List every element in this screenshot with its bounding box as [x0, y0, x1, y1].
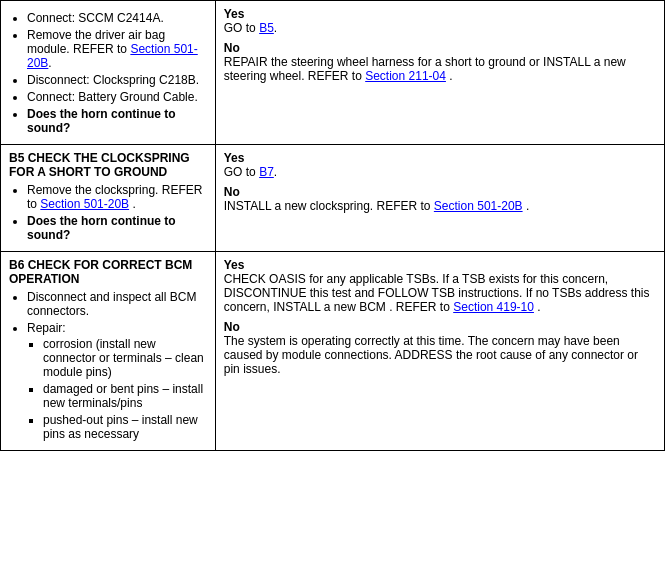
- bullet-text: Connect: SCCM C2414A.: [27, 11, 164, 25]
- b7-link[interactable]: B7: [259, 165, 274, 179]
- sub-bullet-text: corrosion (install new connector or term…: [43, 337, 204, 379]
- b5-bullets: Remove the clockspring. REFER to Section…: [27, 183, 207, 242]
- section-link[interactable]: Section 501-20B: [434, 199, 523, 213]
- top-section-bullets: Connect: SCCM C2414A. Remove the driver …: [27, 11, 207, 135]
- b6-bullets: Disconnect and inspect all BCM connector…: [27, 290, 207, 441]
- bullet-text: Disconnect and inspect all BCM connector…: [27, 290, 196, 318]
- b5-section-right: Yes GO to B7. No INSTALL a new clockspri…: [215, 145, 664, 252]
- no-label: No: [224, 41, 240, 55]
- no-text: INSTALL a new clockspring. REFER to: [224, 199, 434, 213]
- bullet-after: .: [129, 197, 136, 211]
- no-text: The system is operating correctly at thi…: [224, 334, 638, 376]
- bullet-text: Repair:: [27, 321, 66, 335]
- b5-link[interactable]: B5: [259, 21, 274, 35]
- list-item: Disconnect and inspect all BCM connector…: [27, 290, 207, 318]
- list-item: corrosion (install new connector or term…: [43, 337, 207, 379]
- b5-section-row: B5 CHECK THE CLOCKSPRING FOR A SHORT TO …: [1, 145, 665, 252]
- list-item: Repair: corrosion (install new connector…: [27, 321, 207, 441]
- top-section-left: Connect: SCCM C2414A. Remove the driver …: [1, 1, 216, 145]
- list-item: Does the horn continue to sound?: [27, 214, 207, 242]
- b6-section-right: Yes CHECK OASIS for any applicable TSBs.…: [215, 252, 664, 451]
- yes-block: Yes GO to B5.: [224, 7, 656, 35]
- no-block: No REPAIR the steering wheel harness for…: [224, 41, 656, 83]
- b6-section-left: B6 CHECK FOR CORRECT BCM OPERATION Disco…: [1, 252, 216, 451]
- yes-period: .: [534, 300, 541, 314]
- sub-bullet-text: damaged or bent pins – install new termi…: [43, 382, 203, 410]
- b6-section-row: B6 CHECK FOR CORRECT BCM OPERATION Disco…: [1, 252, 665, 451]
- bullet-text: Connect: Battery Ground Cable.: [27, 90, 198, 104]
- section-link[interactable]: Section 501-20B: [40, 197, 129, 211]
- section-link[interactable]: Section 419-10: [453, 300, 534, 314]
- no-block: No INSTALL a new clockspring. REFER to S…: [224, 185, 656, 213]
- yes-text: GO to: [224, 165, 259, 179]
- list-item: Disconnect: Clockspring C218B.: [27, 73, 207, 87]
- yes-label: Yes: [224, 7, 245, 21]
- yes-period: .: [274, 21, 277, 35]
- bullet-text: Disconnect: Clockspring C218B.: [27, 73, 199, 87]
- question-text: Does the horn continue to sound?: [27, 107, 176, 135]
- top-section-right: Yes GO to B5. No REPAIR the steering whe…: [215, 1, 664, 145]
- question-text: Does the horn continue to sound?: [27, 214, 176, 242]
- top-section-row: Connect: SCCM C2414A. Remove the driver …: [1, 1, 665, 145]
- b5-header: B5 CHECK THE CLOCKSPRING FOR A SHORT TO …: [9, 151, 207, 179]
- list-item: damaged or bent pins – install new termi…: [43, 382, 207, 410]
- no-period: .: [523, 199, 530, 213]
- list-item: Does the horn continue to sound?: [27, 107, 207, 135]
- section-link[interactable]: Section 211-04: [365, 69, 446, 83]
- list-item: pushed-out pins – install new pins as ne…: [43, 413, 207, 441]
- b6-header: B6 CHECK FOR CORRECT BCM OPERATION: [9, 258, 207, 286]
- no-label: No: [224, 320, 240, 334]
- no-period: .: [446, 69, 453, 83]
- b5-section-left: B5 CHECK THE CLOCKSPRING FOR A SHORT TO …: [1, 145, 216, 252]
- no-label: No: [224, 185, 240, 199]
- yes-block: Yes CHECK OASIS for any applicable TSBs.…: [224, 258, 656, 314]
- yes-period: .: [274, 165, 277, 179]
- bullet-text-after: .: [48, 56, 51, 70]
- no-block: No The system is operating correctly at …: [224, 320, 656, 376]
- sub-bullets: corrosion (install new connector or term…: [43, 337, 207, 441]
- yes-label: Yes: [224, 258, 245, 272]
- list-item: Remove the driver air bag module. REFER …: [27, 28, 207, 70]
- yes-block: Yes GO to B7.: [224, 151, 656, 179]
- yes-text: CHECK OASIS for any applicable TSBs. If …: [224, 272, 650, 314]
- yes-label: Yes: [224, 151, 245, 165]
- list-item: Connect: Battery Ground Cable.: [27, 90, 207, 104]
- yes-text: GO to: [224, 21, 259, 35]
- list-item: Remove the clockspring. REFER to Section…: [27, 183, 207, 211]
- list-item: Connect: SCCM C2414A.: [27, 11, 207, 25]
- sub-bullet-text: pushed-out pins – install new pins as ne…: [43, 413, 198, 441]
